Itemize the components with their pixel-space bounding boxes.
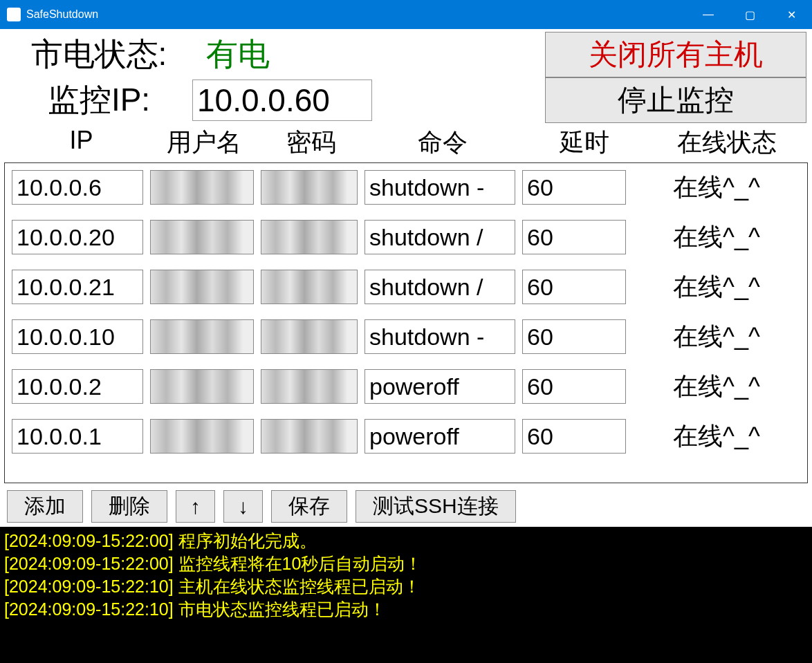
user-input[interactable] [150,319,254,354]
power-status-label: 市电状态: [6,33,192,76]
minimize-button[interactable]: — [688,0,729,29]
status-label: 在线^_^ [633,171,800,205]
user-input[interactable] [150,220,254,254]
status-label: 在线^_^ [633,370,800,404]
pass-input[interactable] [261,170,358,205]
host-row: 在线^_^ [12,369,800,404]
delay-input[interactable] [522,220,626,254]
pass-input[interactable] [261,270,358,304]
status-label: 在线^_^ [633,420,800,454]
ip-input[interactable] [12,419,143,454]
col-header-user: 用户名 [149,126,259,160]
maximize-button[interactable]: ▢ [729,0,771,29]
pass-input[interactable] [261,419,358,454]
cmd-input[interactable] [365,319,515,354]
pass-input[interactable] [261,220,358,254]
host-row: 在线^_^ [12,170,800,205]
test-ssh-button[interactable]: 测试SSH连接 [356,490,516,523]
hosts-table: 在线^_^在线^_^在线^_^在线^_^在线^_^在线^_^ [4,162,808,483]
save-button[interactable]: 保存 [271,490,347,523]
delay-input[interactable] [522,319,626,354]
titlebar: SafeShutdown — ▢ ✕ [0,0,812,29]
col-header-status: 在线状态 [647,126,806,160]
ip-input[interactable] [12,369,143,404]
pass-input[interactable] [261,319,358,354]
monitor-ip-input[interactable] [192,80,372,121]
user-input[interactable] [150,369,254,404]
cmd-input[interactable] [365,369,515,404]
power-status-value: 有电 [192,33,351,76]
delay-input[interactable] [522,270,626,304]
col-header-cmd: 命令 [363,126,522,160]
shutdown-all-button[interactable]: 关闭所有主机 [545,32,806,77]
pass-input[interactable] [261,369,358,404]
status-label: 在线^_^ [633,320,800,354]
host-row: 在线^_^ [12,220,800,254]
col-header-delay: 延时 [522,126,647,160]
col-header-pass: 密码 [259,126,363,160]
move-down-button[interactable]: ↓ [223,490,263,523]
col-header-ip: IP [14,126,149,160]
host-row: 在线^_^ [12,319,800,354]
cmd-input[interactable] [365,220,515,254]
status-label: 在线^_^ [633,270,800,304]
delay-input[interactable] [522,419,626,454]
delay-input[interactable] [522,369,626,404]
app-icon [7,8,21,21]
ip-input[interactable] [12,170,143,205]
host-row: 在线^_^ [12,419,800,454]
user-input[interactable] [150,419,254,454]
status-label: 在线^_^ [633,221,800,254]
action-bar: 添加 删除 ↑ ↓ 保存 测试SSH连接 [0,483,812,527]
move-up-button[interactable]: ↑ [176,490,215,523]
delay-input[interactable] [522,170,626,205]
ip-input[interactable] [12,220,143,254]
delete-button[interactable]: 删除 [91,490,167,523]
user-input[interactable] [150,270,254,304]
ip-input[interactable] [12,270,143,304]
user-input[interactable] [150,170,254,205]
column-headers: IP 用户名 密码 命令 延时 在线状态 [0,123,812,162]
app-title: SafeShutdown [26,8,688,21]
monitor-ip-label: 监控IP: [6,79,192,122]
cmd-input[interactable] [365,270,515,304]
cmd-input[interactable] [365,419,515,454]
close-button[interactable]: ✕ [771,0,812,29]
log-panel: [2024:09:09-15:22:00] 程序初始化完成。 [2024:09:… [0,527,812,663]
cmd-input[interactable] [365,170,515,205]
host-row: 在线^_^ [12,270,800,304]
add-button[interactable]: 添加 [7,490,83,523]
stop-monitor-button[interactable]: 停止监控 [545,77,806,123]
ip-input[interactable] [12,319,143,354]
